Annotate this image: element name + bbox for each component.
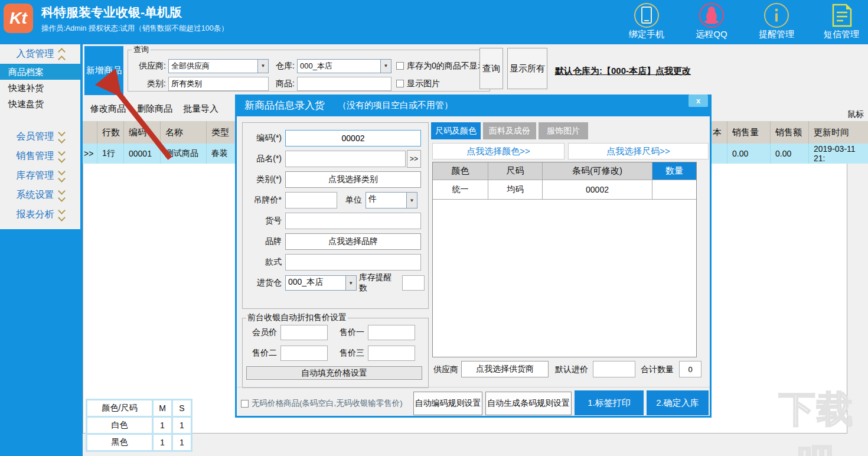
- sidebar-group-settings[interactable]: 系统设置: [0, 185, 80, 205]
- pick-supplier-field[interactable]: 点我选择供货商: [461, 361, 549, 377]
- tag-price-input[interactable]: [285, 192, 337, 209]
- price3-label: 售价三: [328, 348, 364, 359]
- sidebar-item-product-archive[interactable]: 商品档案: [0, 64, 80, 80]
- supplier-label: 供应商:: [132, 61, 166, 71]
- price1-label: 售价一: [328, 327, 364, 338]
- sidebar-group-label: 入货管理: [17, 48, 54, 60]
- auto-fill-price-button[interactable]: 自动填充价格设置: [246, 366, 422, 380]
- supplier-select[interactable]: 全部供应商 ▼: [168, 59, 269, 73]
- combo-arrow-icon[interactable]: ▼: [345, 276, 356, 290]
- hide-zero-stock-option[interactable]: 库存为0的商品不显示: [396, 61, 486, 71]
- warehouse-select[interactable]: 000_本店 ▼: [297, 59, 391, 73]
- pick-size-button[interactable]: 点我选择尺码>>: [568, 143, 709, 159]
- remote-qq-label: 远程QQ: [686, 29, 737, 40]
- price3-input[interactable]: [368, 346, 415, 361]
- no-code-option[interactable]: 无码价格商品(条码空白,无码收银输零售价): [241, 398, 403, 409]
- dialog-titlebar[interactable]: 新商品信息录入货 （没有的项目空白或不用管） x: [235, 95, 712, 116]
- name-input[interactable]: [285, 151, 406, 167]
- delete-product-button[interactable]: 删除商品: [137, 103, 172, 115]
- code-input[interactable]: [285, 130, 421, 146]
- chevron-down-icon: [59, 208, 64, 222]
- in-warehouse-select[interactable]: 000_本店 ▼: [285, 275, 357, 291]
- col-name[interactable]: 名称: [161, 121, 207, 144]
- default-cost-input[interactable]: [593, 361, 635, 377]
- pick-category-field[interactable]: 点我选择类别: [285, 171, 421, 188]
- product-label: 商品:: [269, 79, 295, 89]
- sidebar-item-quick-stocktake[interactable]: 快速盘货: [0, 96, 80, 112]
- show-all-button[interactable]: 显示所有: [507, 48, 547, 89]
- row-code: 00001: [124, 144, 161, 164]
- color-size-matrix: 颜色/尺码 M S 白色 1 1 黑色 1 1: [86, 399, 192, 452]
- hide-zero-stock-label: 库存为0的商品不显示: [407, 61, 486, 71]
- modify-product-button[interactable]: 修改商品: [90, 103, 126, 115]
- show-images-option[interactable]: 显示图片: [396, 79, 440, 89]
- close-icon[interactable]: x: [688, 95, 708, 107]
- tab-fabric[interactable]: 面料及成份: [483, 122, 536, 139]
- add-product-button[interactable]: 新增商品: [84, 46, 123, 95]
- label-print-button[interactable]: 1.标签打印: [575, 390, 644, 415]
- unit-label: 单位: [345, 195, 362, 206]
- combo-arrow-icon[interactable]: ▼: [380, 60, 391, 73]
- sku-barcode-cell[interactable]: 00002: [543, 180, 652, 200]
- sidebar-group-sales[interactable]: 销售管理: [0, 146, 80, 166]
- row-name: 测试商品: [161, 144, 207, 164]
- col-line[interactable]: 行数: [97, 121, 124, 144]
- style-input[interactable]: [285, 254, 421, 271]
- sidebar-group-reports[interactable]: 报表分析: [0, 205, 80, 224]
- bind-phone-label: 绑定手机: [621, 29, 672, 40]
- sidebar-group-ruhuo[interactable]: 入货管理: [0, 44, 80, 64]
- chevron-up-icon: [59, 47, 64, 62]
- pick-color-button[interactable]: 点我选择颜色>>: [432, 143, 564, 159]
- name-more-button[interactable]: >>: [407, 150, 421, 168]
- remote-qq-button[interactable]: 远程QQ: [686, 2, 737, 40]
- col-updated[interactable]: 更新时间: [809, 121, 868, 144]
- price1-input[interactable]: [368, 325, 415, 340]
- tab-images[interactable]: 服饰图片: [539, 122, 588, 139]
- col-sales-amount[interactable]: 销售额: [771, 121, 809, 144]
- combo-arrow-icon[interactable]: ▼: [257, 60, 268, 73]
- bind-phone-button[interactable]: 绑定手机: [621, 2, 672, 40]
- sidebar-item-quick-restock[interactable]: 快速补货: [0, 80, 80, 96]
- sidebar-group-inventory[interactable]: 库存管理: [0, 166, 80, 185]
- tab-size-color[interactable]: 尺码及颜色: [431, 122, 481, 139]
- in-warehouse-label: 进货仓: [243, 278, 282, 288]
- unit-select[interactable]: 件 ▼: [366, 192, 417, 209]
- category-input[interactable]: [168, 77, 269, 91]
- matrix-cell: 1: [172, 417, 192, 434]
- batch-import-button[interactable]: 批量导入: [183, 103, 218, 115]
- dialog-title: 新商品信息录入货: [244, 99, 325, 112]
- hide-zero-stock-checkbox[interactable]: [396, 62, 404, 70]
- price2-input[interactable]: [280, 346, 328, 361]
- sku-qty-cell[interactable]: [652, 180, 696, 200]
- member-price-input[interactable]: [280, 325, 328, 340]
- operator-status-text: 操作员:Admin 授权状态:试用（销售数据不能超过100条）: [41, 24, 229, 34]
- item-no-input[interactable]: [285, 213, 421, 229]
- show-images-checkbox[interactable]: [396, 80, 404, 87]
- sku-table-header: 颜色 尺码 条码(可修改) 数量: [433, 162, 696, 180]
- search-button[interactable]: 查询: [479, 48, 503, 89]
- row-updated: 2019-03-11 21:: [809, 144, 868, 164]
- no-code-checkbox[interactable]: [241, 400, 249, 408]
- qq-icon: [686, 2, 737, 29]
- member-price-label: 会员价: [246, 327, 277, 338]
- pick-brand-field[interactable]: 点我选择品牌: [285, 233, 421, 250]
- sidebar-group-members[interactable]: 会员管理: [0, 127, 80, 146]
- auto-code-rule-button[interactable]: 自动编码规则设置: [413, 392, 482, 415]
- confirm-inbound-button[interactable]: 2.确定入库: [647, 390, 709, 415]
- sku-col-size: 尺码: [488, 162, 543, 180]
- stock-alert-input[interactable]: [402, 275, 425, 291]
- total-qty-input[interactable]: [679, 361, 701, 377]
- auto-barcode-rule-button[interactable]: 自动生成条码规则设置: [485, 392, 572, 415]
- col-code[interactable]: 编码: [124, 121, 161, 144]
- col-partial[interactable]: 本: [712, 121, 727, 144]
- default-warehouse-link[interactable]: 默认仓库为:【000-本店】点我更改: [555, 66, 691, 77]
- sku-table-row[interactable]: 统一 均码 00002: [433, 180, 696, 200]
- name-label: 品名(*): [243, 154, 282, 164]
- reminder-mgmt-button[interactable]: 提醒管理: [751, 2, 802, 40]
- product-input[interactable]: [297, 77, 391, 91]
- sms-mgmt-button[interactable]: 短信管理: [816, 2, 867, 40]
- col-sales-qty[interactable]: 销售量: [727, 121, 771, 144]
- combo-arrow-icon[interactable]: ▼: [406, 193, 417, 208]
- info-icon: [751, 2, 802, 29]
- chevron-down-icon: [59, 188, 64, 203]
